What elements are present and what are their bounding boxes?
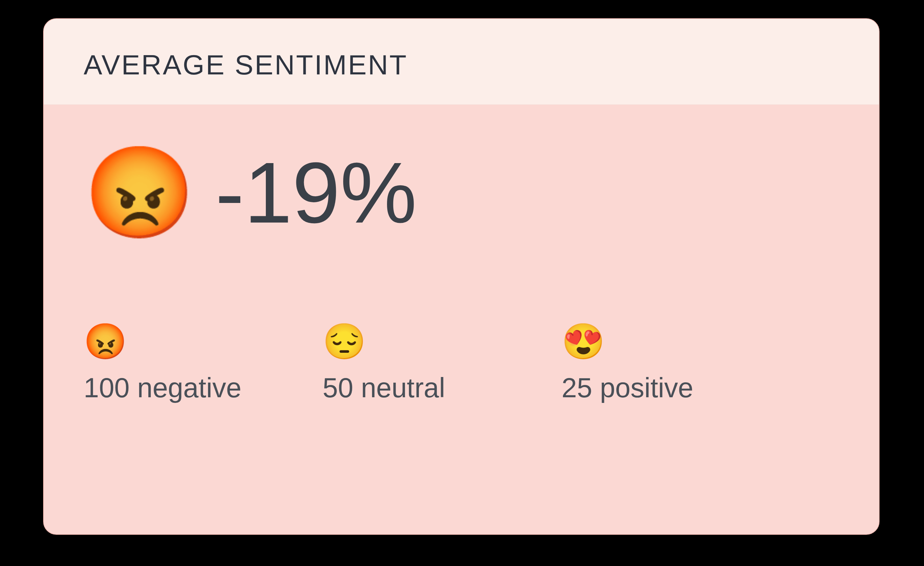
sentiment-value: -19% bbox=[215, 149, 417, 236]
breakdown-negative-label: 100 negative bbox=[84, 372, 322, 404]
breakdown-neutral: 😔 50 neutral bbox=[322, 324, 562, 404]
breakdown-negative: 😡 100 negative bbox=[84, 324, 322, 404]
breakdown-positive-label: 25 positive bbox=[562, 372, 801, 404]
breakdown-positive: 😍 25 positive bbox=[562, 324, 801, 404]
heart-eyes-icon: 😍 bbox=[562, 324, 801, 359]
breakdown-row: 😡 100 negative 😔 50 neutral 😍 25 positiv… bbox=[84, 324, 839, 404]
angry-face-icon: 😡 bbox=[84, 324, 322, 359]
stage: AVERAGE SENTIMENT 😡 -19% 😡 100 negative … bbox=[0, 0, 924, 566]
card-title: AVERAGE SENTIMENT bbox=[84, 49, 839, 81]
hero-row: 😡 -19% bbox=[84, 148, 839, 238]
card-header: AVERAGE SENTIMENT bbox=[44, 19, 879, 105]
angry-face-icon: 😡 bbox=[84, 148, 195, 238]
card-body: 😡 -19% 😡 100 negative 😔 50 neutral 😍 25 … bbox=[44, 105, 879, 404]
sentiment-card: AVERAGE SENTIMENT 😡 -19% 😡 100 negative … bbox=[43, 18, 879, 535]
breakdown-neutral-label: 50 neutral bbox=[322, 372, 562, 404]
pensive-face-icon: 😔 bbox=[322, 324, 562, 359]
